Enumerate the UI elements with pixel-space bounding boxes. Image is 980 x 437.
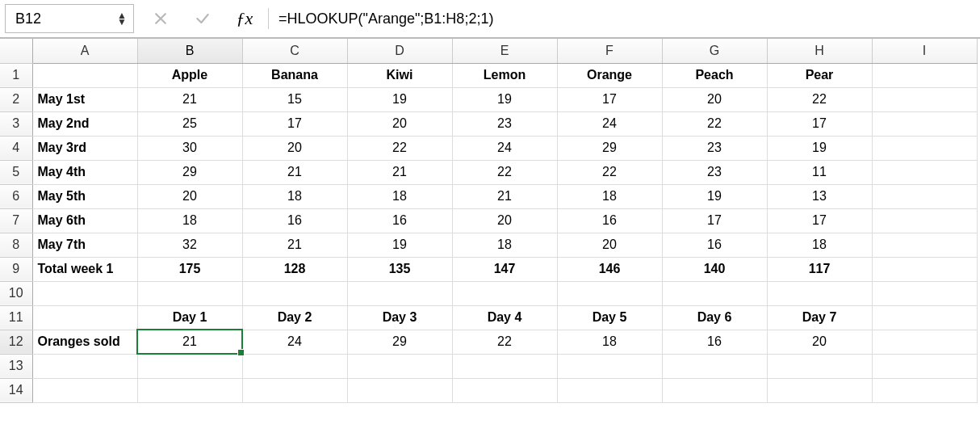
cell[interactable]: 29 <box>557 136 662 160</box>
cell[interactable]: Orange <box>557 63 662 87</box>
cell[interactable] <box>137 354 242 378</box>
row-header[interactable]: 4 <box>0 136 32 160</box>
cell[interactable] <box>242 281 347 305</box>
cell[interactable]: 128 <box>242 257 347 281</box>
cell[interactable]: Day 1 <box>137 305 242 330</box>
cell[interactable] <box>767 378 872 402</box>
cell[interactable]: 18 <box>347 184 452 208</box>
row-header[interactable]: 3 <box>0 111 32 136</box>
cell[interactable] <box>452 281 557 305</box>
cell[interactable] <box>452 378 557 402</box>
cell[interactable] <box>872 63 977 87</box>
column-header[interactable]: D <box>347 39 452 63</box>
cell[interactable] <box>347 281 452 305</box>
row-header[interactable]: 5 <box>0 160 32 184</box>
cell[interactable]: 21 <box>242 233 347 257</box>
column-header[interactable]: G <box>662 39 767 63</box>
cell[interactable]: 18 <box>137 208 242 233</box>
cell[interactable] <box>32 378 137 402</box>
cell[interactable]: 15 <box>242 87 347 111</box>
cell[interactable] <box>32 305 137 330</box>
row-header[interactable]: 6 <box>0 184 32 208</box>
cell[interactable] <box>137 378 242 402</box>
cell[interactable] <box>347 378 452 402</box>
cell[interactable] <box>872 111 977 136</box>
cell[interactable]: May 1st <box>32 87 137 111</box>
cancel-button[interactable] <box>145 3 176 34</box>
column-header[interactable]: H <box>767 39 872 63</box>
cell[interactable] <box>872 233 977 257</box>
cell[interactable]: Oranges sold <box>32 330 137 354</box>
cell[interactable] <box>662 354 767 378</box>
cell[interactable]: 21 <box>347 160 452 184</box>
cell[interactable]: Kiwi <box>347 63 452 87</box>
cell[interactable]: Banana <box>242 63 347 87</box>
cell[interactable]: 32 <box>137 233 242 257</box>
cell[interactable]: 20 <box>557 233 662 257</box>
cell[interactable]: 29 <box>137 160 242 184</box>
cell[interactable]: 24 <box>557 111 662 136</box>
cell[interactable]: 24 <box>242 330 347 354</box>
cell[interactable] <box>557 281 662 305</box>
fx-button[interactable]: ƒx <box>229 3 260 34</box>
column-header[interactable]: I <box>872 39 977 63</box>
cell[interactable]: 21 <box>452 184 557 208</box>
cell[interactable] <box>242 354 347 378</box>
cell[interactable] <box>452 354 557 378</box>
spreadsheet-grid[interactable]: ABCDEFGHI 1AppleBananaKiwiLemonOrangePea… <box>0 39 978 403</box>
cell[interactable]: 19 <box>767 136 872 160</box>
cell[interactable]: Day 6 <box>662 305 767 330</box>
column-header[interactable]: E <box>452 39 557 63</box>
cell[interactable]: Lemon <box>452 63 557 87</box>
cell[interactable]: 20 <box>662 87 767 111</box>
cell[interactable]: May 2nd <box>32 111 137 136</box>
cell[interactable]: 18 <box>452 233 557 257</box>
cell[interactable] <box>137 281 242 305</box>
cell[interactable]: 29 <box>347 330 452 354</box>
column-header[interactable]: F <box>557 39 662 63</box>
cell[interactable]: Apple <box>137 63 242 87</box>
cell[interactable] <box>242 378 347 402</box>
cell[interactable] <box>662 378 767 402</box>
cell[interactable]: 175 <box>137 257 242 281</box>
row-header[interactable]: 7 <box>0 208 32 233</box>
cell[interactable]: 17 <box>767 208 872 233</box>
cell[interactable] <box>872 378 977 402</box>
confirm-button[interactable] <box>187 3 218 34</box>
cell[interactable]: 21 <box>242 160 347 184</box>
cell[interactable] <box>872 305 977 330</box>
cell[interactable] <box>767 281 872 305</box>
row-header[interactable]: 11 <box>0 305 32 330</box>
cell[interactable]: 147 <box>452 257 557 281</box>
cell[interactable]: 13 <box>767 184 872 208</box>
cell[interactable]: 16 <box>662 330 767 354</box>
row-header[interactable]: 14 <box>0 378 32 402</box>
row-header[interactable]: 8 <box>0 233 32 257</box>
cell[interactable]: 135 <box>347 257 452 281</box>
cell[interactable]: 22 <box>557 160 662 184</box>
name-box[interactable]: B12 ▲ ▼ <box>5 4 134 33</box>
cell[interactable]: 20 <box>242 136 347 160</box>
row-header[interactable]: 1 <box>0 63 32 87</box>
cell[interactable]: 23 <box>452 111 557 136</box>
cell[interactable]: 20 <box>347 111 452 136</box>
cell[interactable]: 17 <box>767 111 872 136</box>
cell[interactable] <box>872 160 977 184</box>
cell[interactable]: 17 <box>242 111 347 136</box>
cell[interactable]: 16 <box>557 208 662 233</box>
column-header[interactable]: A <box>32 39 137 63</box>
cell[interactable] <box>32 354 137 378</box>
cell[interactable]: 19 <box>347 233 452 257</box>
row-header[interactable]: 10 <box>0 281 32 305</box>
cell[interactable]: 22 <box>347 136 452 160</box>
cell[interactable]: 140 <box>662 257 767 281</box>
cell[interactable]: 23 <box>662 160 767 184</box>
cell[interactable] <box>872 257 977 281</box>
cell[interactable]: Day 4 <box>452 305 557 330</box>
cell[interactable]: 18 <box>557 330 662 354</box>
cell[interactable]: 20 <box>767 330 872 354</box>
cell[interactable]: Total week 1 <box>32 257 137 281</box>
cell[interactable]: 21 <box>137 330 242 354</box>
row-header[interactable]: 9 <box>0 257 32 281</box>
cell[interactable]: 146 <box>557 257 662 281</box>
